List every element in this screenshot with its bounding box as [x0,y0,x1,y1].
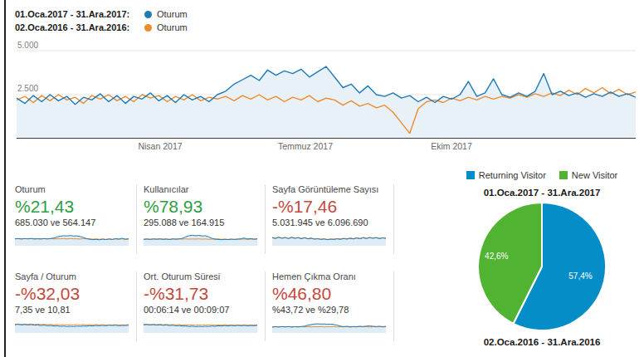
card-title: Hemen Çıkma Oranı [272,271,389,281]
card-title: Ort. Oturum Süresi [144,271,261,281]
card-hemen-cikma-orani[interactable]: Hemen Çıkma Oranı %46,80 %43,72 ve %29,7… [272,271,394,341]
sessions-timeline-chart[interactable] [17,41,636,142]
x-axis-tick-temmuz: Temmuz 2017 [278,141,333,151]
card-sayfa-oturum[interactable]: Sayfa / Oturum -%32,03 7,35 ve 10,81 [15,271,137,341]
card-title: Kullanıcılar [144,184,261,194]
series-2016-metric-label: Oturum [157,22,188,32]
svg-text:57,4%: 57,4% [568,271,592,281]
legend-new-visitor: New Visitor [559,170,617,180]
card-sparkline [144,318,257,333]
card-subtitle: 5.031.945 ve 6.096.690 [272,218,389,227]
visitor-type-pie-section: Returning Visitor New Visitor 01.Oca.201… [438,170,644,347]
metric-cards-grid: Oturum %21,43 685.030 ve 564.147 Kullanı… [15,184,394,341]
x-axis-tick-nisan: Nisan 2017 [138,141,182,151]
card-sparkline [15,231,129,246]
card-value: -%32,03 [15,284,132,304]
svg-text:42,6%: 42,6% [485,252,508,261]
pie-title-2017: 01.Oca.2017 - 31.Ara.2017 [438,188,644,198]
date-range-2016-label: 02.Oca.2016 - 31.Ara.2016: [15,22,139,32]
card-sparkline [15,318,129,333]
card-subtitle: 7,35 ve 10,81 [15,305,132,315]
returning-visitor-swatch-icon [466,171,475,179]
new-visitor-swatch-icon [559,171,568,179]
series-2017-metric-label: Oturum [157,9,188,19]
card-title: Sayfa Görüntüleme Sayısı [272,184,389,194]
card-sayfa-goruntuleme[interactable]: Sayfa Görüntüleme Sayısı -%17,46 5.031.9… [272,184,394,254]
card-subtitle: 00:06:14 ve 00:09:07 [144,305,261,315]
card-value: %78,93 [144,197,261,217]
legend-returning-visitor: Returning Visitor [466,170,546,180]
date-range-2017-label: 01.Oca.2017 - 31.Ara.2017: [15,9,139,19]
card-value: %46,80 [272,284,389,304]
visitor-type-pie-chart[interactable]: 57,4%42,6% [471,200,612,333]
x-axis-tick-ekim: Ekim 2017 [431,141,472,151]
card-sparkline [272,318,386,333]
card-kullanicilar[interactable]: Kullanıcılar %78,93 295.088 ve 164.915 [144,184,266,254]
card-oturum[interactable]: Oturum %21,43 685.030 ve 564.147 [15,184,137,254]
card-value: -%31,73 [144,284,261,304]
card-sparkline [272,231,386,246]
legend-label: New Visitor [572,170,617,180]
card-value: %21,43 [15,197,132,217]
series-2017-dot-icon [144,11,152,18]
card-value: -%17,46 [272,197,389,217]
pie-legend: Returning Visitor New Visitor [438,170,644,180]
pie-title-2016: 02.Oca.2016 - 31.Ara.2016 [438,337,644,347]
legend-row-2017: 01.Oca.2017 - 31.Ara.2017: Oturum [15,7,188,21]
card-subtitle: 685.030 ve 564.147 [15,218,132,227]
series-2016-dot-icon [144,24,152,32]
left-border-rule [4,0,6,357]
card-subtitle: %43,72 ve %29,78 [272,305,389,315]
card-title: Sayfa / Oturum [15,271,132,281]
card-sparkline [144,231,257,246]
card-title: Oturum [15,184,132,194]
card-ort-oturum-suresi[interactable]: Ort. Oturum Süresi -%31,73 00:06:14 ve 0… [144,271,266,341]
timeline-legend: 01.Oca.2017 - 31.Ara.2017: Oturum 02.Oca… [15,7,188,34]
legend-row-2016: 02.Oca.2016 - 31.Ara.2016: Oturum [15,21,188,34]
analytics-dashboard: 01.Oca.2017 - 31.Ara.2017: Oturum 02.Oca… [0,0,644,357]
card-subtitle: 295.088 ve 164.915 [144,218,261,227]
legend-label: Returning Visitor [479,170,546,180]
